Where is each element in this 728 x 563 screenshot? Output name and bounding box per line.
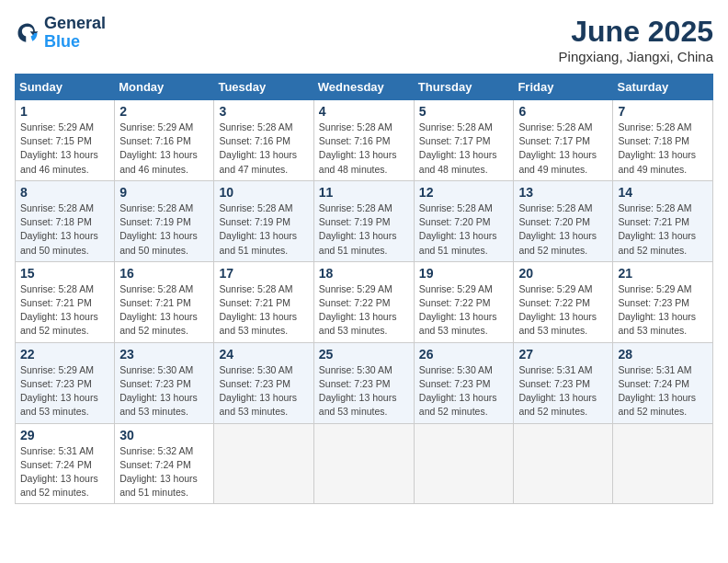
calendar-week-row: 1Sunrise: 5:29 AMSunset: 7:15 PMDaylight… (16, 100, 713, 181)
day-number: 1 (20, 104, 109, 119)
calendar-cell (214, 423, 313, 504)
day-detail: Sunrise: 5:29 AMSunset: 7:15 PMDaylight:… (20, 121, 109, 177)
calendar-week-row: 8Sunrise: 5:28 AMSunset: 7:18 PMDaylight… (16, 180, 713, 261)
day-detail: Sunrise: 5:28 AMSunset: 7:20 PMDaylight:… (518, 201, 608, 258)
calendar-cell: 23Sunrise: 5:30 AMSunset: 7:23 PMDayligh… (115, 342, 214, 423)
day-number: 17 (219, 266, 308, 281)
day-number: 19 (419, 266, 509, 281)
calendar-cell: 29Sunrise: 5:31 AMSunset: 7:24 PMDayligh… (16, 423, 115, 504)
day-number: 16 (119, 266, 209, 281)
day-detail: Sunrise: 5:28 AMSunset: 7:19 PMDaylight:… (119, 201, 209, 258)
day-number: 10 (219, 185, 308, 200)
calendar-cell: 26Sunrise: 5:30 AMSunset: 7:23 PMDayligh… (414, 342, 514, 423)
calendar-cell (313, 423, 414, 504)
calendar-cell: 21Sunrise: 5:29 AMSunset: 7:23 PMDayligh… (613, 261, 713, 342)
day-detail: Sunrise: 5:28 AMSunset: 7:17 PMDaylight:… (419, 121, 509, 177)
day-number: 9 (119, 185, 209, 200)
day-number: 20 (518, 266, 608, 281)
day-number: 22 (20, 347, 109, 362)
calendar-cell: 5Sunrise: 5:28 AMSunset: 7:17 PMDaylight… (414, 100, 514, 181)
day-detail: Sunrise: 5:28 AMSunset: 7:20 PMDaylight:… (419, 201, 509, 258)
day-detail: Sunrise: 5:31 AMSunset: 7:24 PMDaylight:… (20, 444, 109, 500)
day-number: 5 (419, 104, 509, 119)
day-detail: Sunrise: 5:28 AMSunset: 7:21 PMDaylight:… (618, 201, 708, 258)
day-number: 13 (518, 185, 608, 200)
day-detail: Sunrise: 5:28 AMSunset: 7:18 PMDaylight:… (20, 201, 109, 258)
weekday-header: Saturday (613, 75, 713, 100)
day-detail: Sunrise: 5:29 AMSunset: 7:22 PMDaylight:… (518, 282, 608, 339)
title-area: June 2025 Pingxiang, Jiangxi, China (559, 15, 713, 64)
calendar-table: SundayMondayTuesdayWednesdayThursdayFrid… (15, 74, 713, 504)
calendar-cell: 22Sunrise: 5:29 AMSunset: 7:23 PMDayligh… (16, 342, 115, 423)
day-detail: Sunrise: 5:28 AMSunset: 7:19 PMDaylight:… (319, 201, 409, 258)
day-detail: Sunrise: 5:28 AMSunset: 7:16 PMDaylight:… (319, 121, 409, 177)
calendar-cell: 4Sunrise: 5:28 AMSunset: 7:16 PMDaylight… (313, 100, 414, 181)
calendar-cell (613, 423, 713, 504)
logo-line1: General (44, 15, 106, 33)
day-detail: Sunrise: 5:29 AMSunset: 7:23 PMDaylight:… (20, 363, 109, 419)
day-detail: Sunrise: 5:28 AMSunset: 7:19 PMDaylight:… (219, 201, 308, 258)
day-number: 4 (319, 104, 409, 119)
day-number: 29 (20, 428, 109, 442)
day-number: 23 (119, 347, 209, 362)
weekday-header: Thursday (414, 75, 514, 100)
calendar-cell: 30Sunrise: 5:32 AMSunset: 7:24 PMDayligh… (115, 423, 214, 504)
day-detail: Sunrise: 5:30 AMSunset: 7:23 PMDaylight:… (419, 363, 509, 419)
day-detail: Sunrise: 5:31 AMSunset: 7:23 PMDaylight:… (518, 363, 608, 419)
calendar-cell: 14Sunrise: 5:28 AMSunset: 7:21 PMDayligh… (613, 180, 713, 261)
header: General Blue June 2025 Pingxiang, Jiangx… (15, 15, 713, 64)
calendar-cell (414, 423, 514, 504)
day-detail: Sunrise: 5:28 AMSunset: 7:21 PMDaylight:… (119, 282, 209, 339)
day-detail: Sunrise: 5:28 AMSunset: 7:18 PMDaylight:… (618, 121, 708, 177)
day-number: 8 (20, 185, 109, 200)
calendar-cell: 18Sunrise: 5:29 AMSunset: 7:22 PMDayligh… (313, 261, 414, 342)
calendar-cell: 16Sunrise: 5:28 AMSunset: 7:21 PMDayligh… (115, 261, 214, 342)
calendar-cell: 19Sunrise: 5:29 AMSunset: 7:22 PMDayligh… (414, 261, 514, 342)
day-detail: Sunrise: 5:30 AMSunset: 7:23 PMDaylight:… (219, 363, 308, 419)
calendar-cell (514, 423, 613, 504)
calendar-week-row: 22Sunrise: 5:29 AMSunset: 7:23 PMDayligh… (16, 342, 713, 423)
calendar-cell: 28Sunrise: 5:31 AMSunset: 7:24 PMDayligh… (613, 342, 713, 423)
day-detail: Sunrise: 5:28 AMSunset: 7:17 PMDaylight:… (518, 121, 608, 177)
calendar-cell: 8Sunrise: 5:28 AMSunset: 7:18 PMDaylight… (16, 180, 115, 261)
day-number: 7 (618, 104, 708, 119)
day-detail: Sunrise: 5:29 AMSunset: 7:22 PMDaylight:… (319, 282, 409, 339)
calendar-cell: 24Sunrise: 5:30 AMSunset: 7:23 PMDayligh… (214, 342, 313, 423)
day-number: 12 (419, 185, 509, 200)
calendar-cell: 3Sunrise: 5:28 AMSunset: 7:16 PMDaylight… (214, 100, 313, 181)
day-number: 25 (319, 347, 409, 362)
weekday-header-row: SundayMondayTuesdayWednesdayThursdayFrid… (16, 75, 713, 100)
weekday-header: Monday (115, 75, 214, 100)
day-detail: Sunrise: 5:31 AMSunset: 7:24 PMDaylight:… (618, 363, 708, 419)
calendar-week-row: 15Sunrise: 5:28 AMSunset: 7:21 PMDayligh… (16, 261, 713, 342)
day-number: 11 (319, 185, 409, 200)
day-number: 18 (319, 266, 409, 281)
day-detail: Sunrise: 5:30 AMSunset: 7:23 PMDaylight:… (119, 363, 209, 419)
day-detail: Sunrise: 5:30 AMSunset: 7:23 PMDaylight:… (319, 363, 409, 419)
calendar-cell: 17Sunrise: 5:28 AMSunset: 7:21 PMDayligh… (214, 261, 313, 342)
calendar-cell: 20Sunrise: 5:29 AMSunset: 7:22 PMDayligh… (514, 261, 613, 342)
calendar-cell: 9Sunrise: 5:28 AMSunset: 7:19 PMDaylight… (115, 180, 214, 261)
calendar-cell: 25Sunrise: 5:30 AMSunset: 7:23 PMDayligh… (313, 342, 414, 423)
day-number: 28 (618, 347, 708, 362)
calendar-cell: 13Sunrise: 5:28 AMSunset: 7:20 PMDayligh… (514, 180, 613, 261)
day-detail: Sunrise: 5:28 AMSunset: 7:16 PMDaylight:… (219, 121, 308, 177)
logo: General Blue (15, 15, 106, 52)
calendar-title: June 2025 (559, 15, 713, 49)
weekday-header: Wednesday (313, 75, 414, 100)
day-detail: Sunrise: 5:29 AMSunset: 7:16 PMDaylight:… (119, 121, 209, 177)
day-detail: Sunrise: 5:29 AMSunset: 7:22 PMDaylight:… (419, 282, 509, 339)
day-number: 24 (219, 347, 308, 362)
day-number: 6 (518, 104, 608, 119)
calendar-cell: 2Sunrise: 5:29 AMSunset: 7:16 PMDaylight… (115, 100, 214, 181)
calendar-cell: 6Sunrise: 5:28 AMSunset: 7:17 PMDaylight… (514, 100, 613, 181)
logo-icon (15, 20, 40, 46)
calendar-cell: 12Sunrise: 5:28 AMSunset: 7:20 PMDayligh… (414, 180, 514, 261)
calendar-cell: 7Sunrise: 5:28 AMSunset: 7:18 PMDaylight… (613, 100, 713, 181)
day-number: 3 (219, 104, 308, 119)
calendar-cell: 1Sunrise: 5:29 AMSunset: 7:15 PMDaylight… (16, 100, 115, 181)
calendar-cell: 11Sunrise: 5:28 AMSunset: 7:19 PMDayligh… (313, 180, 414, 261)
weekday-header: Friday (514, 75, 613, 100)
day-detail: Sunrise: 5:32 AMSunset: 7:24 PMDaylight:… (119, 444, 209, 500)
day-number: 26 (419, 347, 509, 362)
